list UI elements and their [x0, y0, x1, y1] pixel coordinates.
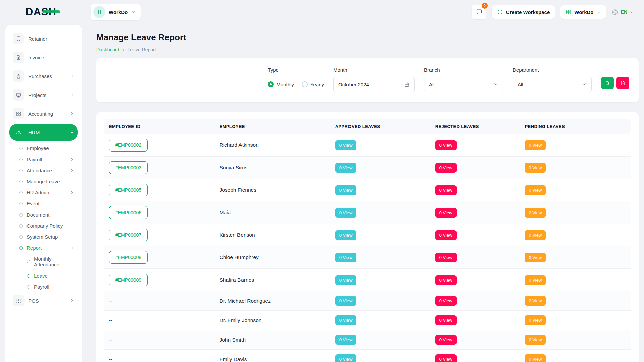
- bullet-icon: [19, 202, 23, 205]
- employee-id-button[interactable]: #EMP00007: [109, 229, 148, 241]
- sidebar-item-company-policy[interactable]: Company Policy: [9, 220, 78, 231]
- chevron-down-icon: [630, 10, 634, 14]
- export-button[interactable]: [616, 77, 629, 89]
- rejected-view-badge[interactable]: 0 View: [435, 354, 457, 362]
- rejected-view-badge[interactable]: 0 View: [435, 275, 457, 285]
- rejected-view-badge[interactable]: 0 View: [435, 230, 457, 240]
- sidebar-item-label: Company Policy: [26, 223, 63, 229]
- workspace-switcher[interactable]: WorkDo: [91, 4, 141, 20]
- rejected-view-badge[interactable]: 0 View: [435, 335, 457, 345]
- sidebar-item-event[interactable]: Event: [9, 198, 78, 209]
- rejected-view-badge[interactable]: 0 View: [435, 315, 457, 325]
- radio-yearly[interactable]: Yearly: [302, 81, 324, 87]
- pending-view-badge[interactable]: 0 View: [525, 315, 546, 325]
- approved-view-badge[interactable]: 0 View: [335, 253, 357, 262]
- search-button[interactable]: [601, 77, 614, 89]
- breadcrumb-separator: ›: [123, 47, 124, 52]
- radio-unchecked-icon[interactable]: [302, 81, 308, 87]
- branch-value: All: [429, 82, 435, 87]
- radio-checked-icon[interactable]: [268, 81, 274, 87]
- approved-view-badge[interactable]: 0 View: [335, 335, 357, 345]
- shopping-bag-icon: [13, 70, 24, 82]
- pending-view-badge[interactable]: 0 View: [525, 163, 546, 173]
- sidebar-item-projects[interactable]: Projects: [9, 86, 78, 103]
- chevron-right-icon: [70, 93, 74, 97]
- employee-id-button[interactable]: #EMP00002: [109, 139, 148, 152]
- sidebar-item-manage-leave[interactable]: Manage Leave: [9, 176, 78, 187]
- department-select[interactable]: All: [513, 77, 592, 92]
- users-icon: [13, 127, 24, 138]
- grid-icon: [13, 108, 24, 119]
- approved-view-badge[interactable]: 0 View: [335, 296, 357, 306]
- approved-view-badge[interactable]: 0 View: [335, 230, 357, 240]
- create-workspace-button[interactable]: Create Workspace: [492, 5, 555, 19]
- approved-view-badge[interactable]: 0 View: [335, 275, 357, 285]
- approved-view-badge[interactable]: 0 View: [335, 185, 357, 195]
- radio-monthly[interactable]: Monthly: [268, 81, 294, 87]
- report-submenu: Monthly AttendanceLeavePayroll: [9, 253, 78, 292]
- sidebar-item-label: Projects: [28, 92, 46, 98]
- sidebar-item-payroll[interactable]: Payroll: [9, 281, 78, 292]
- language-selector[interactable]: EN: [611, 9, 634, 16]
- pending-view-badge[interactable]: 0 View: [525, 208, 546, 218]
- chevron-right-icon: [70, 74, 74, 78]
- pending-view-badge[interactable]: 0 View: [525, 185, 546, 195]
- table-row: -- Dr. Michael Rodriguez 0 View 0 View 0…: [104, 291, 631, 311]
- sidebar-item-purchases[interactable]: Purchases: [9, 68, 78, 84]
- breadcrumb-dashboard-link[interactable]: Dashboard: [96, 47, 119, 52]
- pending-view-badge[interactable]: 0 View: [525, 296, 546, 306]
- employee-name: Richard Atkinson: [215, 134, 330, 157]
- approved-view-badge[interactable]: 0 View: [335, 163, 357, 173]
- employee-name: Shafira Barnes: [215, 269, 330, 291]
- sidebar-item-employee[interactable]: Employee: [9, 143, 78, 154]
- sidebar-item-hr-admin[interactable]: HR Admin: [9, 187, 78, 198]
- employee-id-button[interactable]: #EMP00003: [109, 161, 148, 174]
- sidebar-item-pos[interactable]: POS: [9, 292, 78, 309]
- sidebar-item-label: Event: [26, 201, 39, 206]
- rejected-view-badge[interactable]: 0 View: [435, 253, 457, 262]
- sidebar-item-hrm[interactable]: HRM: [9, 124, 78, 141]
- search-icon: [605, 80, 610, 86]
- pending-view-badge[interactable]: 0 View: [525, 253, 546, 262]
- pending-view-badge[interactable]: 0 View: [525, 140, 546, 150]
- pending-view-badge[interactable]: 0 View: [525, 354, 546, 362]
- sidebar-item-document[interactable]: Document: [9, 209, 78, 220]
- table-row: #EMP00007 Kirsten Benson 0 View 0 View 0…: [104, 224, 631, 246]
- sidebar-item-accounting[interactable]: Accounting: [9, 105, 78, 122]
- workspace-menu-dropdown[interactable]: WorkDo: [560, 5, 606, 19]
- rejected-view-badge[interactable]: 0 View: [435, 296, 457, 306]
- sidebar-item-attendance[interactable]: Attendance: [9, 165, 78, 176]
- sidebar-item-retainer[interactable]: Retainer: [9, 30, 78, 47]
- employee-id-button[interactable]: #EMP00005: [109, 184, 148, 196]
- approved-view-badge[interactable]: 0 View: [335, 354, 357, 362]
- month-input[interactable]: October 2024: [333, 77, 415, 92]
- main-content: Manage Leave Report Dashboard › Leave Re…: [96, 24, 639, 362]
- rejected-view-badge[interactable]: 0 View: [435, 208, 457, 218]
- calendar-icon: [404, 82, 410, 87]
- sidebar-item-invoice[interactable]: Invoice: [9, 49, 78, 66]
- sidebar-item-monthly-attendance[interactable]: Monthly Attendance: [9, 253, 78, 270]
- filter-card: Type Monthly Yearly Month October 2024 B…: [96, 58, 639, 102]
- rejected-view-badge[interactable]: 0 View: [435, 140, 457, 150]
- rejected-view-badge[interactable]: 0 View: [435, 185, 457, 195]
- messages-button[interactable]: 0: [472, 5, 486, 19]
- employee-id-button[interactable]: #EMP00009: [109, 274, 148, 286]
- pending-view-badge[interactable]: 0 View: [525, 335, 546, 345]
- sidebar-item-report[interactable]: Report: [9, 242, 78, 253]
- bullet-icon: [19, 180, 23, 183]
- chat-icon: [476, 9, 482, 15]
- type-radio-group: Monthly Yearly: [268, 77, 324, 92]
- sidebar-item-payroll[interactable]: Payroll: [9, 154, 78, 165]
- sidebar-item-system-setup[interactable]: System Setup: [9, 231, 78, 242]
- rejected-view-badge[interactable]: 0 View: [435, 163, 457, 173]
- employee-name: Sonya Sims: [215, 157, 330, 179]
- approved-view-badge[interactable]: 0 View: [335, 208, 357, 218]
- approved-view-badge[interactable]: 0 View: [335, 140, 357, 150]
- approved-view-badge[interactable]: 0 View: [335, 315, 357, 325]
- employee-id-button[interactable]: #EMP00006: [109, 206, 148, 219]
- employee-id-button[interactable]: #EMP00008: [109, 251, 148, 264]
- pending-view-badge[interactable]: 0 View: [525, 230, 546, 240]
- pending-view-badge[interactable]: 0 View: [525, 275, 546, 285]
- branch-select[interactable]: All: [424, 77, 503, 92]
- sidebar-item-leave[interactable]: Leave: [9, 270, 78, 281]
